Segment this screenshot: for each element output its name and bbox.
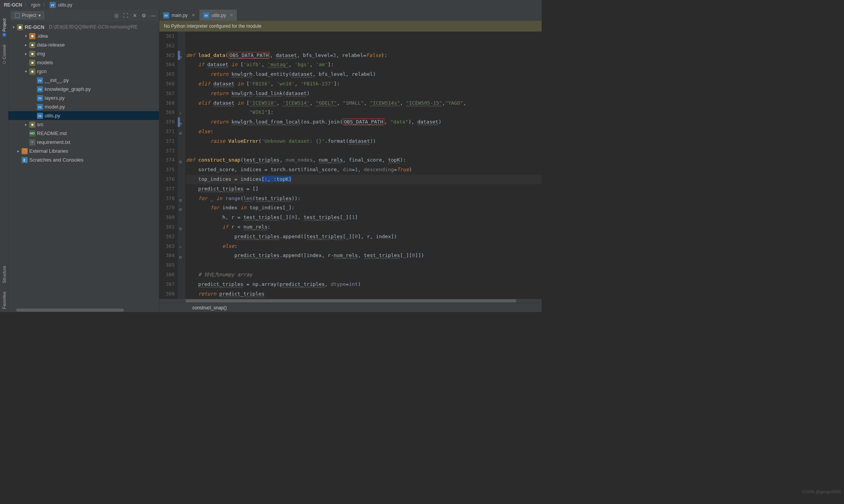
project-icon — [3, 33, 6, 36]
crumb-folder[interactable]: rgcn — [31, 2, 40, 8]
nav-breadcrumbs: RE-GCN 〉 rgcn 〉 py utils.py — [0, 0, 542, 10]
code-text[interactable]: def load_data(OBS_DATA_PATH, dataset, bf… — [185, 32, 542, 299]
code-area[interactable]: 3613623633643653663673683693703713723733… — [159, 32, 542, 299]
tree-item[interactable]: MD README.md — [8, 129, 159, 138]
tree-item-label: utils.py — [45, 113, 60, 118]
tree-item[interactable]: ≡ requirement.txt — [8, 138, 159, 147]
fold-icon[interactable]: ⊟ — [179, 53, 182, 62]
tree-item[interactable]: ▸ ■ src — [8, 120, 159, 129]
tree-item-label: data-release — [37, 42, 65, 48]
chevron-down-icon[interactable]: ▾ — [12, 25, 15, 29]
tree-item-label: requirement.txt — [37, 139, 70, 145]
sidebar-tool-project[interactable]: Project — [2, 15, 7, 39]
tree-item-label: img — [37, 51, 45, 57]
tree-item[interactable]: ▾ ■ rgcn — [8, 67, 159, 76]
editor-horizontal-scrollbar[interactable] — [159, 299, 542, 303]
close-icon[interactable]: ✕ — [192, 13, 195, 18]
tree-item-label: README.md — [37, 130, 67, 136]
editor-tab[interactable]: pyutils.py✕ — [199, 10, 237, 21]
crumb-file[interactable]: utils.py — [58, 2, 72, 8]
locate-icon[interactable]: ◎ — [114, 13, 118, 18]
tree-item[interactable]: ▸ ■ img — [8, 49, 159, 58]
fld-icon: ■ — [29, 68, 35, 75]
fld-icon: ■ — [29, 42, 35, 48]
tree-item[interactable]: py __init__.py — [8, 76, 159, 85]
python-icon: py — [163, 12, 169, 18]
tree-item[interactable]: py utils.py — [8, 111, 159, 120]
fold-icon[interactable]: ⊟ — [179, 119, 182, 129]
editor-tabs: pymain.py✕pyutils.py✕ — [159, 10, 542, 21]
txt-icon: ≡ — [29, 139, 35, 145]
tree-item-label: src — [37, 122, 43, 127]
interpreter-warning-banner[interactable]: No Python interpreter configured for the… — [159, 21, 542, 32]
project-toolbar: Project ▾ ◎ ⛶ ✕ ⚙ — — [8, 10, 159, 21]
fold-icon[interactable]: ⊟ — [179, 196, 182, 205]
editor-tab[interactable]: pymain.py✕ — [159, 10, 199, 21]
scr-icon: ◧ — [22, 157, 28, 163]
fld-o-icon: ■ — [29, 33, 35, 39]
py-icon: py — [37, 77, 43, 83]
fold-icon[interactable]: ⊟ — [179, 253, 182, 262]
tree-item-label: layers.py — [45, 95, 65, 101]
fold-gutter[interactable]: ⊟⊟⊟⊟⊟⊟⊟⊟⌃⌃ — [178, 32, 185, 299]
crumb-root[interactable]: RE-GCN — [4, 2, 22, 8]
tree-root[interactable]: ▾ ◼ RE-GCN D:\其他应用\QQ\file\RE-GCN-nomoxi… — [8, 23, 159, 32]
py-icon: py — [37, 104, 43, 110]
chevron-down-icon: ▾ — [38, 13, 41, 18]
hide-icon[interactable]: — — [151, 13, 156, 18]
crumb-sep: 〉 — [24, 2, 29, 8]
tree-arrow-icon[interactable]: ▸ — [24, 43, 28, 47]
fold-icon[interactable]: ⌃ — [179, 244, 182, 253]
tree-item-label: model.py — [45, 104, 65, 110]
py-icon: py — [37, 95, 43, 101]
tool-window-bar-left: Project Commit Structure Favorites — [0, 10, 8, 312]
crumb-sep: 〉 — [43, 2, 47, 8]
fold-icon[interactable]: ⊟ — [179, 224, 182, 234]
commit-icon — [3, 61, 6, 64]
tree-horizontal-scrollbar[interactable] — [8, 308, 159, 312]
tree-item-label: knowledge_graph.py — [45, 86, 91, 92]
tree-item[interactable]: ▸ ■ data-release — [8, 40, 159, 49]
fold-icon[interactable]: ⊟ — [179, 129, 182, 139]
tree-arrow-icon[interactable]: ▾ — [24, 34, 28, 38]
fld-icon: ■ — [29, 60, 35, 66]
fold-icon[interactable]: ⌃ — [179, 110, 182, 119]
sidebar-tool-favorites[interactable]: Favorites — [2, 289, 7, 312]
project-tool-window: Project ▾ ◎ ⛶ ✕ ⚙ — ▾ ◼ RE-GCN D:\其他应用\Q… — [8, 10, 159, 312]
tree-item[interactable]: ◧ Scratches and Consoles — [8, 155, 159, 164]
tree-item[interactable]: py layers.py — [8, 93, 159, 102]
tree-item-label: External Libraries — [29, 148, 68, 154]
module-icon: ◼ — [17, 24, 23, 30]
close-icon[interactable]: ✕ — [230, 13, 233, 18]
tree-arrow-icon[interactable]: ▸ — [16, 149, 20, 153]
tree-item[interactable]: ■ models — [8, 58, 159, 67]
project-icon — [15, 13, 20, 18]
expand-all-icon[interactable]: ⛶ — [123, 13, 128, 18]
tree-arrow-icon[interactable]: ▾ — [24, 69, 28, 73]
fold-icon[interactable]: ⊟ — [179, 157, 182, 167]
fold-icon[interactable]: ⊟ — [179, 205, 182, 215]
line-number-gutter: 3613623633643653663673683693703713723733… — [159, 32, 178, 299]
editor-breadcrumb-bar: construct_snap() — [159, 303, 542, 312]
tree-item[interactable]: ▸ ❐ External Libraries — [8, 147, 159, 155]
py-icon: py — [37, 86, 43, 92]
tree-item[interactable]: py knowledge_graph.py — [8, 85, 159, 93]
tree-item[interactable]: ▾ ■ .idea — [8, 32, 159, 40]
editor: pymain.py✕pyutils.py✕ No Python interpre… — [159, 10, 542, 312]
tree-item[interactable]: py model.py — [8, 102, 159, 111]
tree-arrow-icon[interactable]: ▸ — [24, 122, 28, 127]
tree-item-label: Scratches and Consoles — [29, 157, 83, 163]
breadcrumb-function[interactable]: construct_snap() — [192, 305, 227, 310]
fld-icon: ■ — [29, 51, 35, 57]
md-icon: MD — [29, 130, 35, 137]
project-tree[interactable]: ▾ ◼ RE-GCN D:\其他应用\QQ\file\RE-GCN-nomoxi… — [8, 21, 159, 308]
collapse-all-icon[interactable]: ✕ — [133, 13, 137, 18]
project-view-selector[interactable]: Project ▾ — [12, 12, 44, 19]
tree-arrow-icon[interactable]: ▸ — [24, 52, 28, 56]
sidebar-tool-commit[interactable]: Commit — [2, 42, 7, 67]
sidebar-tool-structure[interactable]: Structure — [2, 263, 7, 286]
tree-item-label: __init__.py — [45, 77, 69, 83]
fld-icon: ■ — [29, 122, 35, 128]
tree-item-label: .idea — [37, 33, 48, 39]
gear-icon[interactable]: ⚙ — [142, 13, 146, 18]
